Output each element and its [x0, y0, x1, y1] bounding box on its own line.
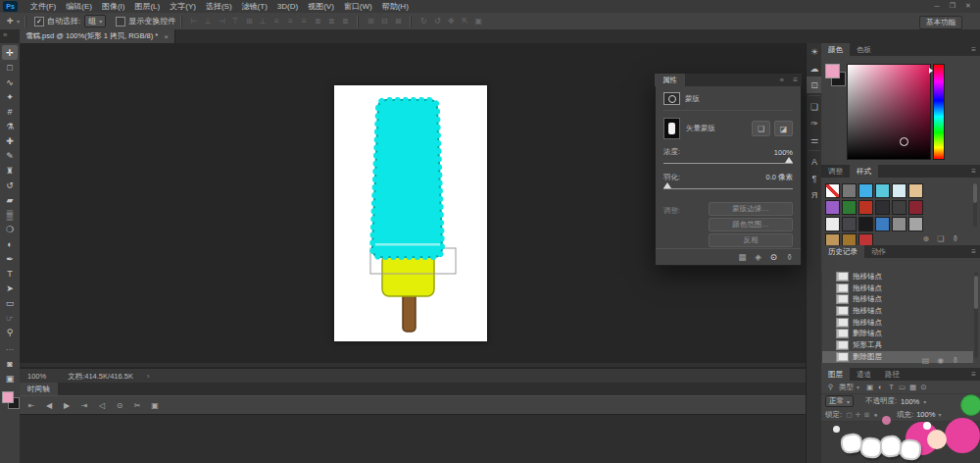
- tab-actions[interactable]: 动作: [864, 245, 893, 258]
- next-frame-button[interactable]: ⇥: [78, 401, 90, 410]
- add-vector-mask-button[interactable]: ◪: [774, 121, 793, 136]
- blend-mode-dropdown[interactable]: 正常 ▾: [825, 395, 854, 407]
- style-swatch-4[interactable]: [892, 183, 906, 198]
- collapse-panel-icon[interactable]: »: [780, 76, 784, 84]
- restore-button[interactable]: ❐: [945, 0, 960, 12]
- density-slider-thumb[interactable]: [785, 157, 793, 163]
- panel-menu-icon[interactable]: ≡: [793, 76, 798, 84]
- tab-properties[interactable]: 属性: [655, 74, 685, 86]
- pen-tool[interactable]: ✒: [2, 251, 18, 266]
- new-folder-icon[interactable]: ❏: [937, 234, 944, 243]
- filter-smart-objects-icon[interactable]: ▦: [907, 383, 918, 391]
- character-styles-icon[interactable]: Я: [807, 186, 822, 203]
- transition-button[interactable]: ▣: [149, 401, 161, 410]
- filter-adjustment-layers-icon[interactable]: ◐: [875, 383, 886, 391]
- double-arrow-icon[interactable]: »: [3, 30, 7, 39]
- edit-toolbar-icon[interactable]: …: [2, 339, 18, 354]
- filter-pixel-layers-icon[interactable]: ▣: [864, 383, 875, 391]
- chevron-down-icon[interactable]: ▾: [938, 411, 941, 418]
- tab-color[interactable]: 颜色: [821, 43, 850, 56]
- opacity-value[interactable]: 100%: [901, 397, 919, 406]
- history-item-0[interactable]: 拖移锚点: [821, 271, 973, 283]
- menu-item-0[interactable]: 文件(F): [25, 0, 61, 13]
- history-item-3[interactable]: 拖移锚点: [821, 305, 973, 317]
- style-swatch-3[interactable]: [875, 183, 890, 198]
- style-swatch-11[interactable]: [908, 200, 923, 215]
- style-swatch-13[interactable]: [842, 217, 857, 232]
- new-document-from-state-icon[interactable]: ▤: [922, 356, 930, 365]
- density-value[interactable]: 100%: [774, 148, 793, 157]
- saturation-brightness-field[interactable]: [847, 64, 931, 160]
- panel-menu-icon[interactable]: ≡: [971, 247, 976, 256]
- new-snapshot-icon[interactable]: ◉: [937, 356, 944, 365]
- tab-paths[interactable]: 路径: [878, 368, 906, 381]
- type-tool[interactable]: T: [2, 266, 18, 281]
- 3d-slide-icon[interactable]: ⇱: [458, 17, 471, 26]
- menu-item-3[interactable]: 图层(L): [129, 0, 165, 13]
- eyedropper-tool[interactable]: ⚗: [2, 119, 18, 133]
- hue-slider-marker[interactable]: [929, 68, 933, 74]
- hand-tool[interactable]: ☞: [2, 310, 18, 325]
- rectangle-tool[interactable]: ▭: [2, 295, 18, 310]
- chevron-down-icon[interactable]: ▾: [857, 384, 859, 390]
- gradient-tool[interactable]: ▒: [2, 207, 18, 222]
- paragraph-icon[interactable]: ¶: [807, 170, 822, 186]
- scrollbar-thumb[interactable]: [973, 183, 977, 203]
- tool-preset-arrow-icon[interactable]: ▾: [17, 18, 20, 25]
- crop-tool[interactable]: #: [2, 104, 18, 119]
- lock-image-pixels-icon[interactable]: ✛: [854, 411, 862, 419]
- styles-scrollbar[interactable]: [973, 183, 977, 227]
- filter-shape-layers-icon[interactable]: ▭: [897, 383, 907, 391]
- style-swatch-1[interactable]: [842, 183, 857, 198]
- distribute-left-edges-icon[interactable]: ≣: [311, 17, 324, 26]
- minimize-button[interactable]: ─: [929, 0, 945, 12]
- add-pixel-mask-button[interactable]: ❏: [752, 121, 770, 136]
- filter-toggle-icon[interactable]: ⊙: [918, 383, 929, 391]
- align-left-edges-icon[interactable]: ⊢: [187, 17, 201, 26]
- clone-stamp-tool[interactable]: ♜: [2, 163, 18, 178]
- canvas[interactable]: [334, 85, 487, 341]
- align-vertical-centers-icon[interactable]: ⊞: [242, 17, 256, 26]
- style-swatch-12[interactable]: [825, 217, 840, 232]
- menu-item-5[interactable]: 选择(S): [201, 0, 237, 13]
- 3d-roll-icon[interactable]: ↺: [430, 17, 444, 26]
- distribute-horizontal-centers-icon[interactable]: ≣: [324, 17, 338, 26]
- 3d-pan-icon[interactable]: ✥: [444, 17, 458, 26]
- style-swatch-9[interactable]: [875, 200, 890, 215]
- chevron-down-icon[interactable]: ▾: [923, 398, 926, 405]
- tab-swatches[interactable]: 色板: [850, 43, 878, 56]
- lasso-tool[interactable]: ∿: [2, 75, 18, 89]
- tab-history[interactable]: 历史记录: [821, 245, 864, 258]
- brush-settings-icon[interactable]: ✑: [807, 115, 822, 131]
- dodge-tool[interactable]: ◐: [2, 236, 18, 251]
- distribute-bottom-edges-icon[interactable]: ≡: [297, 17, 311, 26]
- scrollbar-thumb[interactable]: [974, 276, 978, 309]
- tab-channels[interactable]: 通道: [850, 368, 878, 381]
- audio-button[interactable]: ◁: [96, 401, 108, 410]
- style-swatch-8[interactable]: [858, 200, 873, 215]
- path-selection-tool[interactable]: ➤: [2, 281, 18, 295]
- apply-mask-icon[interactable]: ◈: [755, 252, 761, 262]
- filter-type-layers-icon[interactable]: T: [886, 383, 897, 391]
- auto-select-dropdown[interactable]: 组 ▾: [84, 15, 106, 27]
- clone-source-icon[interactable]: ⚌: [807, 131, 822, 148]
- quick-mask-icon[interactable]: ◙: [2, 356, 18, 371]
- workspace-switcher-button[interactable]: 基本功能: [919, 16, 962, 29]
- brush-tool[interactable]: ✎: [2, 148, 18, 163]
- filter-type-label[interactable]: 类型: [839, 383, 854, 392]
- flow-icon[interactable]: ⊠: [391, 17, 405, 26]
- menu-item-7[interactable]: 3D(D): [272, 0, 303, 13]
- lock-transparent-pixels-icon[interactable]: ▢: [845, 411, 854, 419]
- rectangular-marquee-tool[interactable]: □: [2, 60, 18, 75]
- mask-visibility-eye-icon[interactable]: ⊙: [770, 252, 777, 262]
- style-swatch-14[interactable]: [858, 217, 873, 232]
- first-frame-button[interactable]: ⇤: [25, 401, 37, 410]
- healing-brush-tool[interactable]: ✚: [2, 133, 18, 148]
- history-item-1[interactable]: 拖移锚点: [821, 283, 973, 294]
- delete-state-icon[interactable]: ⚱: [952, 356, 958, 365]
- menu-item-2[interactable]: 图像(I): [97, 0, 130, 13]
- blur-tool[interactable]: ❍: [2, 222, 18, 236]
- foreground-color-swatch[interactable]: [2, 391, 14, 403]
- history-item-6[interactable]: 矩形工具: [821, 339, 973, 351]
- style-swatch-5[interactable]: [908, 183, 923, 198]
